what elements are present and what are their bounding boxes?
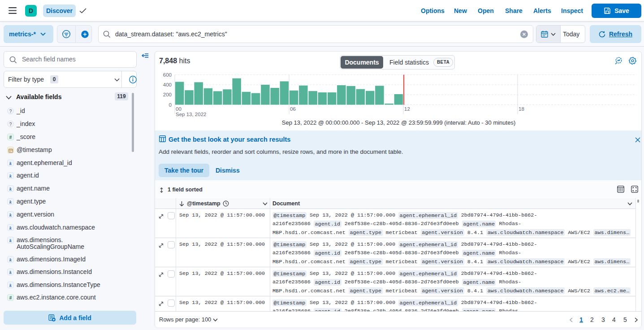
svg-text:Sep 13, 2022: Sep 13, 2022 (176, 112, 206, 117)
svg-text:200: 200 (163, 92, 172, 97)
svg-text:0: 0 (169, 102, 172, 108)
svg-text:400: 400 (163, 82, 172, 87)
svg-text:600: 600 (163, 73, 172, 78)
svg-text:06: 06 (290, 106, 296, 112)
svg-text:00: 00 (176, 106, 182, 112)
svg-text:18: 18 (519, 106, 524, 112)
svg-text:12: 12 (404, 106, 410, 112)
